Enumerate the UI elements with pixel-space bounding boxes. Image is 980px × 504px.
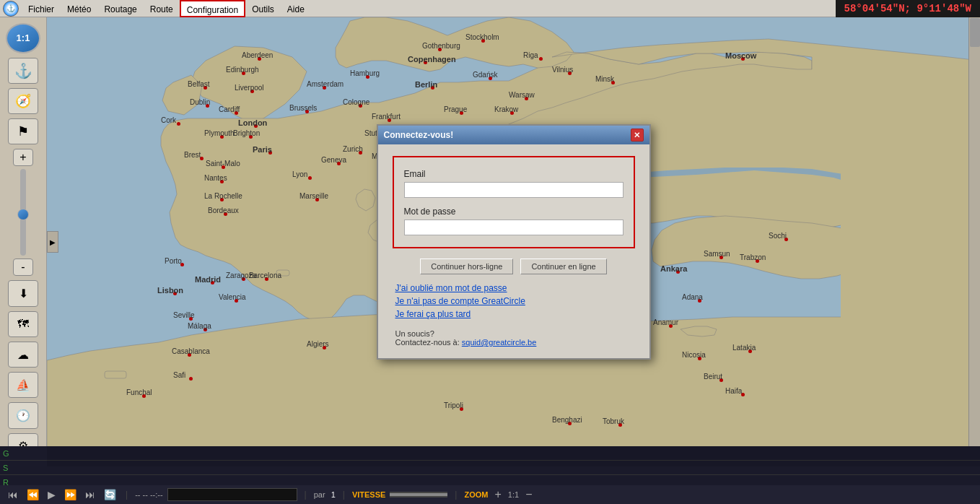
zoom-decrease-btn[interactable]: − (523, 488, 534, 501)
skip-end-btn[interactable]: ⏭ (83, 489, 97, 500)
compass-tool-btn[interactable]: 🧭 (8, 88, 38, 114)
zoom-value: 1:1 (508, 490, 519, 499)
support-title: Un soucis? (395, 329, 434, 338)
dialog-titlebar: Connectez-vous! ✕ (378, 126, 649, 144)
zoom-thumb[interactable] (17, 209, 29, 220)
password-input[interactable] (404, 220, 624, 235)
dialog-close-btn[interactable]: ✕ (631, 129, 644, 142)
menu-routage[interactable]: Routage (97, 0, 143, 17)
menu-fichier[interactable]: Fichier (22, 0, 61, 17)
speed-slider-track (390, 493, 447, 496)
skip-start-btn[interactable]: ⏮ (6, 489, 20, 500)
datetime-input[interactable] (167, 488, 297, 501)
separator-1: | (126, 490, 128, 500)
support-text: Contactez-nous à: (395, 338, 462, 347)
support-section: Un soucis? Contactez-nous à: squid@great… (393, 329, 635, 347)
download-tool-btn[interactable]: ⬇ (8, 280, 38, 306)
status-label-s: S (3, 464, 14, 472)
time-value: -- -- --:-- (135, 490, 162, 499)
zoom-slider-container: + - (13, 149, 33, 276)
zoom-label: ZOOM (464, 490, 488, 499)
weather-tool-btn[interactable]: ☁ (8, 342, 38, 368)
zoom-plus-btn[interactable]: + (13, 149, 33, 166)
separator-2: | (305, 490, 307, 500)
left-toolbar: 1:1 ⚓ 🧭 ⚑ + - ⬇ 🗺 ☁ ⛵ 🕐 ⚙ (0, 17, 47, 465)
vitesse-label: VITESSE (352, 490, 385, 499)
email-label: Email (404, 169, 624, 179)
zoom-track[interactable] (20, 169, 26, 256)
coordinates-display: 58°04'54"N; 9°11'48"W (836, 0, 980, 17)
menu-route[interactable]: Route (144, 0, 180, 17)
links-section: J'ai oublié mon mot de passe Je n'ai pas… (393, 283, 635, 319)
app-logo: ⚓ (3, 1, 19, 17)
forgot-password-link[interactable]: J'ai oublié mon mot de passe (395, 283, 635, 293)
status-label-g: G (3, 449, 14, 458)
playbar: ⏮ ⏪ ▶ ⏩ ⏭ 🔄 | -- -- --:-- | par 1 | VITE… (0, 485, 980, 504)
zoom-minus-btn[interactable]: - (13, 258, 33, 276)
menu-configuration[interactable]: Configuration (180, 0, 245, 17)
separator-3: | (343, 490, 345, 500)
menu-outils[interactable]: Outils (245, 0, 281, 17)
par-label: par (314, 490, 325, 499)
menu-meteo[interactable]: Météo (61, 0, 97, 17)
prev-btn[interactable]: ⏪ (25, 489, 41, 500)
no-account-link[interactable]: Je n'ai pas de compte GreatCircle (395, 296, 635, 306)
later-link[interactable]: Je ferai ça plus tard (395, 309, 635, 319)
next-btn[interactable]: ⏩ (62, 489, 79, 500)
dialog-overlay: Connectez-vous! ✕ Email Mot de passe Con… (47, 17, 980, 466)
login-dialog: Connectez-vous! ✕ Email Mot de passe Con… (377, 124, 651, 360)
loop-btn[interactable]: 🔄 (102, 489, 118, 500)
offline-btn[interactable]: Continuer hors-ligne (420, 258, 513, 274)
menubar: ⚓ Fichier Météo Routage Route Configurat… (0, 0, 980, 17)
zoom-ratio-btn[interactable]: 1:1 (6, 23, 40, 53)
dialog-title: Connectez-vous! (384, 130, 454, 140)
anchor-tool-btn[interactable]: ⚓ (8, 58, 38, 84)
play-btn[interactable]: ▶ (45, 489, 58, 500)
menu-aide[interactable]: Aide (281, 0, 311, 17)
par-value: 1 (331, 490, 336, 499)
boat-tool-btn[interactable]: ⛵ (8, 372, 38, 398)
credentials-section: Email Mot de passe (393, 156, 635, 248)
layers-tool-btn[interactable]: 🗺 (8, 311, 38, 337)
support-email-link[interactable]: squid@greatcircle.be (462, 338, 537, 347)
password-label: Mot de passe (404, 207, 624, 217)
clock-tool-btn[interactable]: 🕐 (8, 402, 38, 428)
email-input[interactable] (404, 182, 624, 198)
online-btn[interactable]: Continuer en ligne (520, 258, 606, 274)
vitesse-slider[interactable] (390, 492, 447, 498)
zoom-increase-btn[interactable]: + (492, 488, 503, 501)
action-buttons: Continuer hors-ligne Continuer en ligne (393, 258, 635, 274)
flag-tool-btn[interactable]: ⚑ (8, 118, 38, 144)
separator-4: | (455, 490, 457, 500)
dialog-body: Email Mot de passe Continuer hors-ligne … (378, 144, 649, 358)
